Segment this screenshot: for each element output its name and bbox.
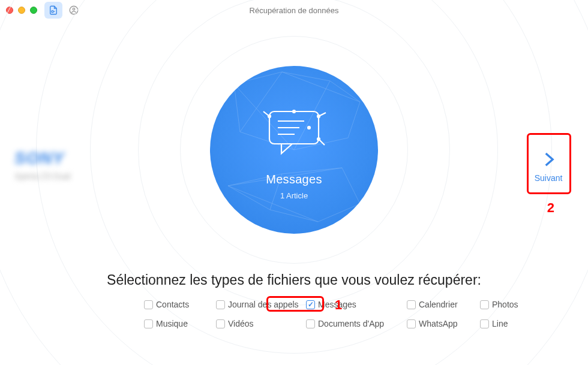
device-brand: SONY (14, 149, 64, 168)
next-button[interactable]: Suivant (529, 138, 568, 194)
device-model: Xperia Z3 Dual (14, 171, 70, 181)
toolbar-tabs (44, 2, 83, 19)
option-music[interactable]: Musique (144, 319, 188, 328)
checkbox-icon (144, 319, 153, 328)
option-label: Contacts (156, 300, 189, 309)
chevron-right-icon (538, 149, 559, 170)
titlebar: Récupération de données (0, 0, 588, 20)
checkbox-checked-icon (306, 300, 315, 309)
annotation-number-2: 2 (547, 200, 554, 216)
traffic-lights (6, 7, 37, 14)
option-label: Calendrier (419, 300, 458, 309)
data-recovery-tab[interactable] (44, 2, 62, 19)
option-app-documents[interactable]: Documents d'App (306, 319, 384, 328)
options-row-1: Contacts Journal des appels Messages Cal… (36, 300, 552, 312)
fullscreen-icon[interactable] (30, 7, 37, 14)
mesh-decoration-icon (210, 66, 378, 234)
file-icon (48, 5, 59, 16)
checkbox-icon (407, 319, 416, 328)
window-title: Récupération de données (0, 0, 588, 20)
option-line[interactable]: Line (480, 319, 508, 328)
option-messages[interactable]: Messages (306, 300, 356, 309)
option-label: Journal des appels (228, 300, 299, 309)
option-label: Documents d'App (318, 319, 384, 328)
option-whatsapp[interactable]: WhatsApp (407, 319, 458, 328)
next-label: Suivant (535, 173, 563, 183)
checkbox-icon (144, 300, 153, 309)
instruction-text: Sélectionnez les types de fichiers que v… (0, 272, 588, 288)
option-videos[interactable]: Vidéos (216, 319, 254, 328)
options-row-2: Musique Vidéos Documents d'App WhatsApp … (36, 319, 552, 331)
minimize-icon[interactable] (18, 7, 25, 14)
close-icon[interactable] (6, 7, 13, 14)
selected-type-preview: Messages 1 Article (210, 66, 378, 234)
option-photos[interactable]: Photos (480, 300, 518, 309)
preview-subtitle: 1 Article (280, 191, 308, 200)
annotation-number-1: 1 (335, 297, 342, 313)
checkbox-icon (480, 319, 489, 328)
option-calendar[interactable]: Calendrier (407, 300, 458, 309)
person-circle-icon (68, 5, 79, 16)
checkbox-icon (306, 319, 315, 328)
checkbox-icon (216, 319, 225, 328)
option-label: Line (492, 319, 508, 328)
file-type-options: Contacts Journal des appels Messages Cal… (0, 300, 588, 331)
checkbox-icon (407, 300, 416, 309)
secondary-tab[interactable] (65, 2, 83, 19)
checkbox-icon (480, 300, 489, 309)
svg-point-0 (52, 11, 53, 13)
option-label: Vidéos (228, 319, 254, 328)
option-call-log[interactable]: Journal des appels (216, 300, 299, 309)
option-contacts[interactable]: Contacts (144, 300, 189, 309)
checkbox-icon (216, 300, 225, 309)
option-label: Photos (492, 300, 518, 309)
option-label: WhatsApp (419, 319, 458, 328)
option-label: Musique (156, 319, 188, 328)
svg-point-2 (73, 8, 74, 10)
